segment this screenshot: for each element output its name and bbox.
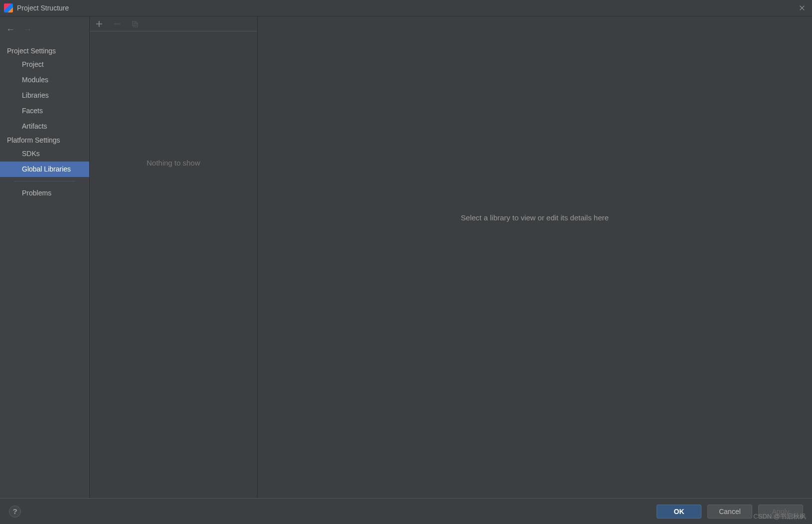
ok-button-label: OK xyxy=(674,508,684,516)
library-list-panel: Nothing to show xyxy=(90,16,258,498)
window-title: Project Structure xyxy=(17,4,796,12)
sidebar-item-libraries[interactable]: Libraries xyxy=(0,88,89,103)
app-icon xyxy=(4,3,13,12)
help-button[interactable]: ? xyxy=(9,506,21,518)
titlebar: Project Structure xyxy=(0,0,812,16)
copy-icon xyxy=(131,19,139,28)
close-icon[interactable] xyxy=(796,2,808,14)
sidebar-item-sdks[interactable]: SDKs xyxy=(0,146,89,162)
detail-panel: Select a library to view or edit its det… xyxy=(258,16,812,498)
ok-button[interactable]: OK xyxy=(657,505,701,519)
cancel-button-label: Cancel xyxy=(719,508,741,516)
apply-button: Apply xyxy=(758,505,803,519)
library-toolbar xyxy=(90,16,257,31)
remove-icon xyxy=(113,19,122,28)
content-area: ← → Project Settings Project Modules Lib… xyxy=(0,16,812,498)
apply-button-label: Apply xyxy=(772,508,789,516)
sidebar-divider xyxy=(14,181,75,181)
sidebar-item-global-libraries[interactable]: Global Libraries xyxy=(0,162,89,177)
sidebar-item-project[interactable]: Project xyxy=(0,57,89,72)
detail-empty-text: Select a library to view or edit its det… xyxy=(461,213,609,222)
sidebar-item-facets[interactable]: Facets xyxy=(0,103,89,119)
back-arrow-icon[interactable]: ← xyxy=(6,24,15,35)
sidebar-item-problems[interactable]: Problems xyxy=(0,185,89,201)
sidebar: ← → Project Settings Project Modules Lib… xyxy=(0,16,90,498)
section-header-project-settings: Project Settings xyxy=(0,45,89,57)
section-header-platform-settings: Platform Settings xyxy=(0,134,89,146)
cancel-button[interactable]: Cancel xyxy=(707,505,752,519)
forward-arrow-icon: → xyxy=(23,24,32,35)
sidebar-item-modules[interactable]: Modules xyxy=(0,72,89,88)
nav-arrows: ← → xyxy=(0,20,89,39)
sidebar-item-artifacts[interactable]: Artifacts xyxy=(0,119,89,134)
dialog-footer: ? OK Cancel Apply xyxy=(0,498,812,524)
add-icon[interactable] xyxy=(95,19,104,28)
library-list-empty: Nothing to show xyxy=(90,31,257,498)
empty-list-text: Nothing to show xyxy=(146,159,200,167)
